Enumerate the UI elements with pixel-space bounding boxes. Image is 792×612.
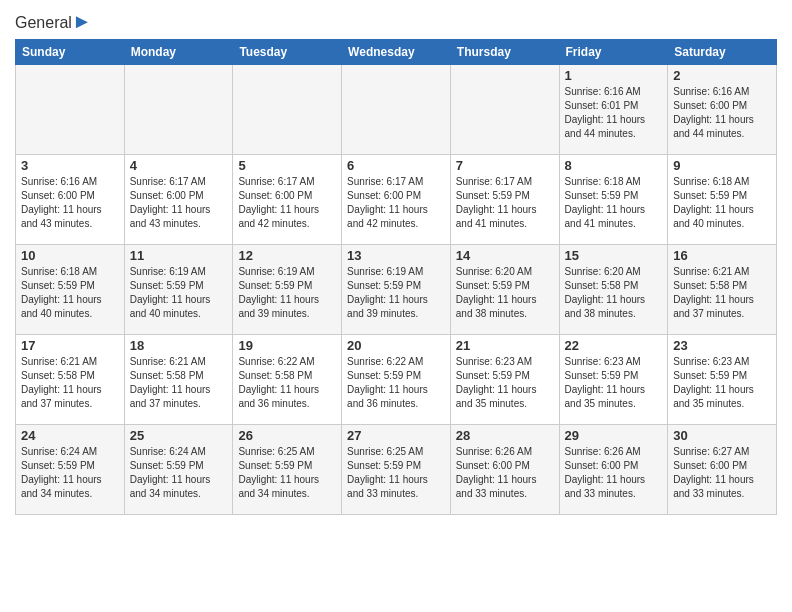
day-info: Sunrise: 6:22 AM Sunset: 5:59 PM Dayligh… — [347, 355, 445, 411]
day-info: Sunrise: 6:18 AM Sunset: 5:59 PM Dayligh… — [565, 175, 663, 231]
day-number: 17 — [21, 338, 119, 353]
calendar-cell: 18Sunrise: 6:21 AM Sunset: 5:58 PM Dayli… — [124, 335, 233, 425]
calendar-cell: 4Sunrise: 6:17 AM Sunset: 6:00 PM Daylig… — [124, 155, 233, 245]
day-info: Sunrise: 6:25 AM Sunset: 5:59 PM Dayligh… — [347, 445, 445, 501]
day-number: 4 — [130, 158, 228, 173]
calendar-cell: 25Sunrise: 6:24 AM Sunset: 5:59 PM Dayli… — [124, 425, 233, 515]
day-info: Sunrise: 6:25 AM Sunset: 5:59 PM Dayligh… — [238, 445, 336, 501]
calendar-cell: 29Sunrise: 6:26 AM Sunset: 6:00 PM Dayli… — [559, 425, 668, 515]
calendar-cell: 17Sunrise: 6:21 AM Sunset: 5:58 PM Dayli… — [16, 335, 125, 425]
day-number: 25 — [130, 428, 228, 443]
day-info: Sunrise: 6:26 AM Sunset: 6:00 PM Dayligh… — [456, 445, 554, 501]
day-number: 1 — [565, 68, 663, 83]
weekday-header-wednesday: Wednesday — [342, 40, 451, 65]
week-row-5: 24Sunrise: 6:24 AM Sunset: 5:59 PM Dayli… — [16, 425, 777, 515]
calendar-cell: 7Sunrise: 6:17 AM Sunset: 5:59 PM Daylig… — [450, 155, 559, 245]
day-number: 13 — [347, 248, 445, 263]
day-number: 29 — [565, 428, 663, 443]
calendar-cell — [16, 65, 125, 155]
week-row-3: 10Sunrise: 6:18 AM Sunset: 5:59 PM Dayli… — [16, 245, 777, 335]
day-number: 8 — [565, 158, 663, 173]
day-info: Sunrise: 6:17 AM Sunset: 6:00 PM Dayligh… — [347, 175, 445, 231]
week-row-1: 1Sunrise: 6:16 AM Sunset: 6:01 PM Daylig… — [16, 65, 777, 155]
calendar-cell: 24Sunrise: 6:24 AM Sunset: 5:59 PM Dayli… — [16, 425, 125, 515]
day-info: Sunrise: 6:17 AM Sunset: 5:59 PM Dayligh… — [456, 175, 554, 231]
day-number: 14 — [456, 248, 554, 263]
day-number: 27 — [347, 428, 445, 443]
calendar-cell: 19Sunrise: 6:22 AM Sunset: 5:58 PM Dayli… — [233, 335, 342, 425]
week-row-4: 17Sunrise: 6:21 AM Sunset: 5:58 PM Dayli… — [16, 335, 777, 425]
weekday-header-saturday: Saturday — [668, 40, 777, 65]
day-info: Sunrise: 6:19 AM Sunset: 5:59 PM Dayligh… — [238, 265, 336, 321]
weekday-header-sunday: Sunday — [16, 40, 125, 65]
calendar-table: SundayMondayTuesdayWednesdayThursdayFrid… — [15, 39, 777, 515]
calendar-cell: 3Sunrise: 6:16 AM Sunset: 6:00 PM Daylig… — [16, 155, 125, 245]
day-number: 20 — [347, 338, 445, 353]
weekday-header-row: SundayMondayTuesdayWednesdayThursdayFrid… — [16, 40, 777, 65]
calendar-cell: 22Sunrise: 6:23 AM Sunset: 5:59 PM Dayli… — [559, 335, 668, 425]
day-number: 16 — [673, 248, 771, 263]
day-info: Sunrise: 6:18 AM Sunset: 5:59 PM Dayligh… — [21, 265, 119, 321]
day-number: 3 — [21, 158, 119, 173]
day-number: 15 — [565, 248, 663, 263]
day-info: Sunrise: 6:24 AM Sunset: 5:59 PM Dayligh… — [21, 445, 119, 501]
calendar-cell: 1Sunrise: 6:16 AM Sunset: 6:01 PM Daylig… — [559, 65, 668, 155]
day-number: 10 — [21, 248, 119, 263]
day-info: Sunrise: 6:23 AM Sunset: 5:59 PM Dayligh… — [673, 355, 771, 411]
day-info: Sunrise: 6:16 AM Sunset: 6:00 PM Dayligh… — [673, 85, 771, 141]
calendar-cell: 10Sunrise: 6:18 AM Sunset: 5:59 PM Dayli… — [16, 245, 125, 335]
header-row: General► — [15, 10, 777, 33]
weekday-header-friday: Friday — [559, 40, 668, 65]
calendar-cell — [450, 65, 559, 155]
day-number: 5 — [238, 158, 336, 173]
calendar-cell — [124, 65, 233, 155]
day-number: 12 — [238, 248, 336, 263]
day-number: 28 — [456, 428, 554, 443]
calendar-cell: 5Sunrise: 6:17 AM Sunset: 6:00 PM Daylig… — [233, 155, 342, 245]
calendar-cell: 26Sunrise: 6:25 AM Sunset: 5:59 PM Dayli… — [233, 425, 342, 515]
day-info: Sunrise: 6:20 AM Sunset: 5:58 PM Dayligh… — [565, 265, 663, 321]
day-info: Sunrise: 6:21 AM Sunset: 5:58 PM Dayligh… — [673, 265, 771, 321]
calendar-cell: 27Sunrise: 6:25 AM Sunset: 5:59 PM Dayli… — [342, 425, 451, 515]
day-info: Sunrise: 6:23 AM Sunset: 5:59 PM Dayligh… — [565, 355, 663, 411]
day-number: 23 — [673, 338, 771, 353]
calendar-cell: 13Sunrise: 6:19 AM Sunset: 5:59 PM Dayli… — [342, 245, 451, 335]
day-number: 22 — [565, 338, 663, 353]
day-info: Sunrise: 6:26 AM Sunset: 6:00 PM Dayligh… — [565, 445, 663, 501]
day-number: 26 — [238, 428, 336, 443]
calendar-cell: 14Sunrise: 6:20 AM Sunset: 5:59 PM Dayli… — [450, 245, 559, 335]
day-number: 24 — [21, 428, 119, 443]
day-info: Sunrise: 6:19 AM Sunset: 5:59 PM Dayligh… — [347, 265, 445, 321]
day-number: 19 — [238, 338, 336, 353]
day-info: Sunrise: 6:23 AM Sunset: 5:59 PM Dayligh… — [456, 355, 554, 411]
calendar-cell: 2Sunrise: 6:16 AM Sunset: 6:00 PM Daylig… — [668, 65, 777, 155]
day-number: 7 — [456, 158, 554, 173]
day-info: Sunrise: 6:19 AM Sunset: 5:59 PM Dayligh… — [130, 265, 228, 321]
day-number: 21 — [456, 338, 554, 353]
logo-icon: ► — [72, 10, 92, 32]
day-number: 6 — [347, 158, 445, 173]
day-info: Sunrise: 6:21 AM Sunset: 5:58 PM Dayligh… — [21, 355, 119, 411]
day-info: Sunrise: 6:22 AM Sunset: 5:58 PM Dayligh… — [238, 355, 336, 411]
day-info: Sunrise: 6:20 AM Sunset: 5:59 PM Dayligh… — [456, 265, 554, 321]
calendar-cell: 21Sunrise: 6:23 AM Sunset: 5:59 PM Dayli… — [450, 335, 559, 425]
day-number: 30 — [673, 428, 771, 443]
weekday-header-tuesday: Tuesday — [233, 40, 342, 65]
week-row-2: 3Sunrise: 6:16 AM Sunset: 6:00 PM Daylig… — [16, 155, 777, 245]
calendar-cell: 9Sunrise: 6:18 AM Sunset: 5:59 PM Daylig… — [668, 155, 777, 245]
day-number: 18 — [130, 338, 228, 353]
calendar-cell — [342, 65, 451, 155]
day-info: Sunrise: 6:27 AM Sunset: 6:00 PM Dayligh… — [673, 445, 771, 501]
day-info: Sunrise: 6:18 AM Sunset: 5:59 PM Dayligh… — [673, 175, 771, 231]
calendar-cell: 20Sunrise: 6:22 AM Sunset: 5:59 PM Dayli… — [342, 335, 451, 425]
weekday-header-monday: Monday — [124, 40, 233, 65]
day-info: Sunrise: 6:17 AM Sunset: 6:00 PM Dayligh… — [238, 175, 336, 231]
day-info: Sunrise: 6:24 AM Sunset: 5:59 PM Dayligh… — [130, 445, 228, 501]
calendar-cell — [233, 65, 342, 155]
day-info: Sunrise: 6:16 AM Sunset: 6:00 PM Dayligh… — [21, 175, 119, 231]
calendar-container: General► SundayMondayTuesdayWednesdayThu… — [0, 0, 792, 525]
calendar-cell: 6Sunrise: 6:17 AM Sunset: 6:00 PM Daylig… — [342, 155, 451, 245]
calendar-cell: 15Sunrise: 6:20 AM Sunset: 5:58 PM Dayli… — [559, 245, 668, 335]
logo-general: General — [15, 14, 72, 31]
day-info: Sunrise: 6:16 AM Sunset: 6:01 PM Dayligh… — [565, 85, 663, 141]
